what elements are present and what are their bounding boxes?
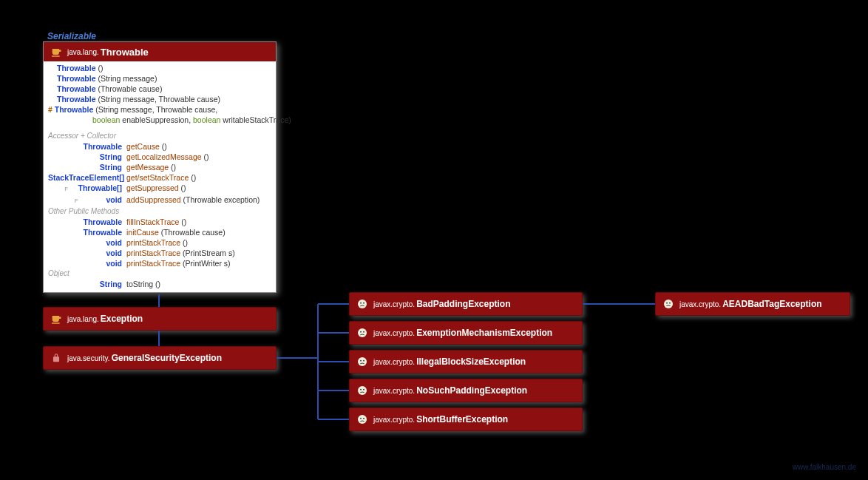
eme-class-box: javax.crypto. ExemptionMechanismExceptio… — [349, 321, 583, 345]
ctor-args: (String message, Throwable cause, — [93, 105, 217, 114]
return-type: Throwable — [48, 227, 126, 237]
ctor-args: (String message, Throwable cause) — [96, 95, 220, 104]
return-type: String — [48, 279, 126, 289]
method-args: () — [180, 238, 188, 247]
class-name: ShortBufferException — [416, 414, 508, 425]
class-name: BadPaddingException — [416, 299, 510, 309]
svg-point-0 — [358, 300, 367, 308]
method-name: printStackTrace — [126, 249, 180, 257]
bool-param: boolean — [92, 115, 120, 124]
gse-class-box: java.security. GeneralSecurityException — [43, 346, 277, 370]
svg-point-5 — [363, 331, 365, 333]
return-type: StackTraceElement[] — [48, 172, 126, 183]
svg-point-6 — [358, 357, 367, 366]
method-args: () — [169, 163, 176, 172]
ctor-args: (Throwable cause) — [96, 84, 163, 93]
method-name: getSuppressed — [126, 183, 179, 192]
svg-point-9 — [358, 386, 367, 395]
method-args: () — [160, 142, 167, 151]
return-type: Throwable — [48, 217, 126, 227]
return-type: String — [48, 152, 126, 162]
method-args: (Throwable exception) — [181, 195, 260, 204]
method-name: addSuppressed — [126, 195, 181, 204]
ctor: Throwable — [57, 64, 96, 72]
nspe-class-box: javax.crypto. NoSuchPaddingException — [349, 379, 583, 402]
return-type: Throwable[] — [78, 183, 123, 192]
svg-point-17 — [669, 302, 671, 304]
watermark: www.falkhausen.de — [793, 463, 856, 471]
method-args: (PrintStream s) — [180, 249, 235, 257]
svg-point-16 — [666, 302, 668, 304]
face-icon — [356, 384, 369, 397]
ctor: Throwable — [57, 84, 96, 93]
method-args: () — [189, 173, 196, 182]
sbe-class-box: javax.crypto. ShortBufferException — [349, 408, 583, 431]
method-name: initCause — [126, 228, 159, 237]
return-type: void — [48, 237, 126, 248]
package-label: java.lang. — [67, 315, 99, 323]
class-name: NoSuchPaddingException — [416, 385, 527, 396]
svg-point-3 — [358, 328, 367, 337]
method-args: () — [179, 183, 186, 192]
package-label: javax.crypto. — [679, 300, 721, 308]
face-icon — [662, 297, 675, 311]
ctor: Throwable — [55, 105, 94, 114]
method-name: printStackTrace — [126, 259, 180, 268]
package-label: javax.crypto. — [373, 387, 415, 395]
return-type: String — [48, 162, 126, 172]
cup-icon — [50, 312, 63, 325]
package-label: javax.crypto. — [373, 358, 415, 366]
method-name: fillInStackTrace — [126, 217, 179, 226]
throwable-header: java.lang. Throwable — [44, 42, 276, 61]
method-name: getMessage — [126, 163, 169, 172]
method-name: toString — [126, 280, 153, 288]
class-name: Exception — [101, 314, 143, 324]
method-name: getCause — [126, 142, 160, 151]
ctor: Throwable — [57, 74, 96, 83]
return-type: void — [106, 195, 122, 204]
section-object: Object — [48, 268, 271, 279]
class-name: IllegalBlockSizeException — [416, 356, 526, 367]
throwable-class-box: java.lang. Throwable Throwable () Throwa… — [43, 41, 277, 293]
face-icon — [356, 413, 369, 426]
ibse-class-box: javax.crypto. IllegalBlockSizeException — [349, 350, 583, 373]
method-name: getLocalizedMessage — [126, 152, 202, 161]
class-name: Throwable — [101, 47, 149, 58]
method-args: (PrintWriter s) — [180, 259, 230, 268]
final-marker: F — [64, 186, 78, 192]
method-args: () — [153, 280, 160, 288]
class-name: ExemptionMechanismException — [416, 328, 552, 338]
class-name: AEADBadTagException — [722, 299, 821, 309]
lock-icon — [50, 351, 63, 365]
method-args: () — [202, 152, 209, 161]
aead-class-box: javax.crypto. AEADBadTagException — [655, 292, 850, 316]
cup-icon — [50, 45, 63, 58]
face-icon — [356, 326, 369, 339]
method-name: get/setStackTrace — [126, 173, 189, 182]
return-type: void — [48, 258, 126, 268]
svg-point-7 — [360, 360, 362, 362]
svg-point-2 — [363, 302, 365, 304]
svg-point-14 — [363, 418, 365, 419]
protected-marker: # — [48, 105, 55, 114]
ctor: Throwable — [57, 95, 96, 104]
bpe-class-box: javax.crypto. BadPaddingException — [349, 292, 583, 316]
ctor-args: () — [96, 64, 104, 72]
return-type: void — [48, 248, 126, 258]
section-other: Other Public Methods — [48, 206, 271, 217]
face-icon — [356, 297, 369, 311]
face-icon — [356, 355, 369, 368]
svg-point-15 — [664, 300, 673, 308]
svg-point-13 — [360, 418, 362, 419]
exception-class-box: java.lang. Exception — [43, 307, 277, 331]
final-marker: F — [75, 197, 106, 204]
package-label: java.lang. — [67, 48, 99, 56]
package-label: javax.crypto. — [373, 329, 415, 337]
ctor-args: (String message) — [96, 74, 157, 83]
bool-param: boolean — [193, 115, 220, 124]
svg-point-10 — [360, 389, 362, 391]
svg-point-8 — [363, 360, 365, 362]
svg-point-12 — [358, 415, 367, 424]
method-name: printStackTrace — [126, 238, 180, 247]
svg-point-1 — [360, 302, 362, 304]
